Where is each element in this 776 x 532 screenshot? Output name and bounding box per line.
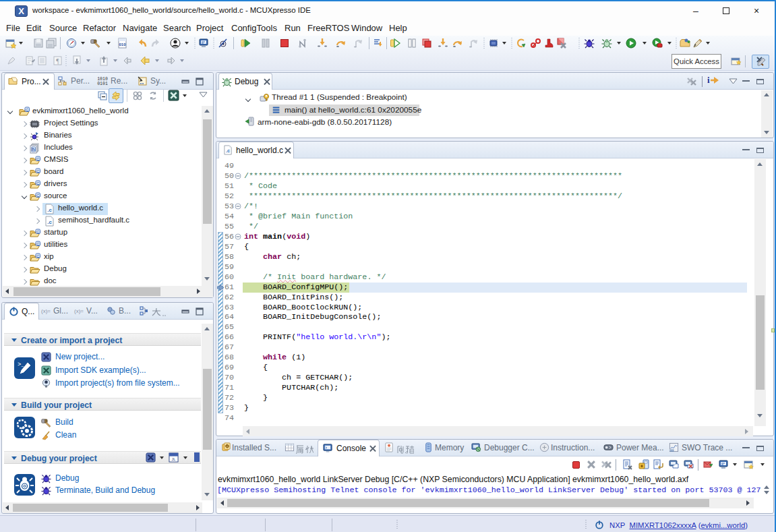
svg-text:0101: 0101 — [97, 82, 108, 86]
svg-text:h: h — [32, 147, 34, 152]
svg-text:SWO: SWO — [669, 449, 675, 452]
svg-text:.c: .c — [47, 219, 52, 225]
svg-text:C: C — [26, 108, 28, 112]
svg-text:(x)=: (x)= — [41, 308, 51, 314]
svg-text:C: C — [36, 157, 39, 161]
svg-text:C: C — [36, 181, 39, 185]
svg-text:(x)=: (x)= — [74, 308, 84, 314]
svg-text:.c: .c — [226, 148, 230, 154]
svg-text:.c: .c — [47, 207, 52, 213]
svg-text:C: C — [36, 194, 39, 198]
svg-text:JL: JL — [172, 457, 176, 461]
svg-text:C: C — [36, 169, 39, 173]
svg-text:C: C — [36, 254, 39, 258]
svg-text:C: C — [36, 242, 39, 246]
svg-text:010: 010 — [119, 42, 126, 47]
svg-text:¶: ¶ — [56, 57, 59, 65]
svg-text:C: C — [36, 230, 39, 234]
svg-text:1010: 1010 — [97, 77, 108, 82]
